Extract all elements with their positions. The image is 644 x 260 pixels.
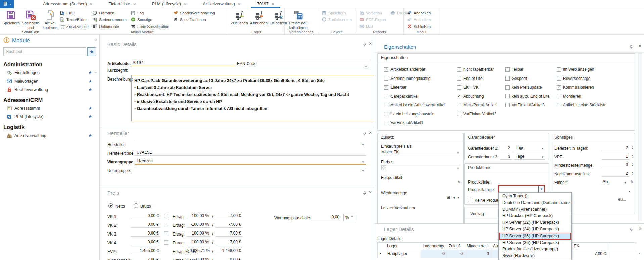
- field-untergruppe[interactable]: [135, 167, 366, 168]
- checkbox[interactable]: ✓: [557, 85, 561, 90]
- pin-icon[interactable]: [629, 227, 633, 233]
- chevron-down-icon[interactable]: ▼: [362, 161, 364, 164]
- close-icon[interactable]: ✕: [369, 41, 372, 46]
- sidebar-item-adressstamm[interactable]: Adressstamm★: [0, 104, 99, 112]
- checkbox[interactable]: [505, 85, 510, 90]
- ertrag-pct-field[interactable]: 20.685,71 %: [187, 248, 210, 254]
- close-icon[interactable]: ✕: [369, 130, 372, 135]
- sonstiges-value-field[interactable]: 1: [601, 154, 629, 160]
- price-value-field[interactable]: 0,00 €: [131, 231, 160, 237]
- favorites-filter-button[interactable]: ★: [87, 47, 96, 56]
- close-tab-icon[interactable]: ✕: [90, 2, 93, 6]
- spezifikationen-button[interactable]: Spezifikationen: [173, 17, 215, 22]
- search-input[interactable]: [3, 47, 86, 56]
- speichern-und-schließen-button[interactable]: Speichern und Schließen: [21, 9, 40, 29]
- wartungspauschale-unit-combo[interactable]: %▼: [343, 214, 355, 221]
- price-value-field[interactable]: 0,00 €: [131, 222, 160, 228]
- artikelcode-field[interactable]: 70197: [131, 60, 236, 66]
- scroll-up-icon[interactable]: ▲: [638, 252, 641, 255]
- checkbox[interactable]: [457, 76, 461, 81]
- einkaufspreis-combo[interactable]: Misch-EK: [380, 150, 460, 155]
- sondervereinbarung-button[interactable]: Sondervereinbarung: [173, 10, 215, 16]
- dropdown-option[interactable]: DUMMY (Virenscanner): [499, 206, 571, 213]
- close-tab-icon[interactable]: ✕: [238, 2, 241, 6]
- chevron-down-icon[interactable]: ▼: [628, 190, 631, 193]
- dokumente-button[interactable]: Dokumente: [92, 23, 127, 29]
- edit-pencil-icon[interactable]: ✎: [630, 180, 633, 184]
- chevron-down-icon[interactable]: ▼: [541, 156, 544, 159]
- table-cell[interactable]: [608, 250, 636, 258]
- field-hersteller[interactable]: [135, 141, 366, 142]
- dropdown-option[interactable]: Deutsche Daomains (Domain-Lizenzen): [499, 200, 571, 206]
- checkbox[interactable]: [457, 85, 461, 90]
- keine-produktfamilie-checkbox[interactable]: [468, 198, 472, 202]
- seriennummern-button[interactable]: Seriennummern: [92, 17, 127, 22]
- garantiedauer-value-field[interactable]: 3: [500, 154, 512, 160]
- sidebar-item-mailvorlagen[interactable]: Mailvorlagen★: [0, 77, 99, 85]
- checkbox[interactable]: [384, 112, 388, 116]
- dropdown-option[interactable]: Cyan Toner (): [499, 193, 571, 200]
- close-tab-icon[interactable]: ✕: [272, 2, 274, 6]
- tab-artikelverwaltung[interactable]: Artikelverwaltung✕: [195, 0, 249, 8]
- checkbox[interactable]: [505, 76, 510, 81]
- checkbox[interactable]: [384, 103, 388, 107]
- chevron-down-icon[interactable]: ▼: [362, 143, 364, 146]
- abbuchen-button[interactable]: Abbuchen: [249, 9, 269, 29]
- pin-icon[interactable]: [363, 191, 367, 197]
- sidebar-item-plm-lifecycle-[interactable]: PLM (Lifecycle)★: [0, 112, 99, 121]
- checkbox[interactable]: [457, 112, 461, 116]
- chevron-down-icon[interactable]: ▼: [362, 169, 364, 172]
- ertrag-abs-field[interactable]: 0,00 €: [216, 257, 242, 260]
- checkbox[interactable]: [384, 94, 388, 98]
- texte-bilder-button[interactable]: Texte/Bilder: [60, 17, 88, 22]
- favorite-star-icon[interactable]: ★: [88, 79, 92, 84]
- collapse-sidebar-button[interactable]: ‹: [95, 37, 97, 42]
- chevron-down-icon[interactable]: ▼: [624, 181, 627, 184]
- dropdown-option[interactable]: Swyx (Hardware): [499, 253, 571, 259]
- tab-adressstamm-suchen-[interactable]: Adressstamm (Suchen)✕: [35, 0, 101, 8]
- checkbox[interactable]: ✓: [457, 94, 461, 98]
- favorite-star-icon[interactable]: ★: [88, 114, 92, 119]
- price-ertrag-checkbox[interactable]: [164, 231, 168, 236]
- checkbox[interactable]: [505, 103, 510, 107]
- price-value-field[interactable]: 1.455,00 €: [131, 248, 160, 254]
- checkbox[interactable]: [384, 121, 388, 125]
- scrollbar-track[interactable]: [638, 53, 642, 221]
- ean-code-field[interactable]: [258, 60, 369, 61]
- spinner-stepper[interactable]: ▲▼: [631, 163, 633, 167]
- ertrag-pct-field[interactable]: -100,00 %: [187, 231, 210, 237]
- chevron-right-icon[interactable]: ▸: [458, 195, 460, 200]
- table-cell[interactable]: Hauptlager: [385, 250, 421, 258]
- checkbox[interactable]: [557, 103, 561, 107]
- kurzbegriff-field[interactable]: [131, 67, 369, 68]
- dropdown-option[interactable]: HP Drucker (HP Carepack): [499, 213, 571, 219]
- pin-icon[interactable]: [629, 44, 633, 50]
- table-cell[interactable]: 0: [421, 250, 447, 258]
- zusatzartikel-button[interactable]: Zusatzartikel: [60, 23, 88, 29]
- close-icon[interactable]: ✕: [638, 226, 642, 231]
- garantiedauer-value-field[interactable]: 2: [500, 145, 512, 151]
- checkbox[interactable]: [384, 76, 388, 81]
- color-swatch[interactable]: [381, 165, 386, 170]
- zubuchen-button[interactable]: Zubuchen: [230, 9, 249, 29]
- price-value-field[interactable]: 0,00 €: [131, 240, 160, 245]
- chevron-down-icon[interactable]: ▼: [541, 147, 544, 150]
- row-selector[interactable]: ▸: [377, 250, 385, 258]
- schließen-button[interactable]: Schließen: [407, 23, 431, 29]
- field-herstellercode[interactable]: U7AE5E: [135, 150, 366, 156]
- ertrag-abs-field[interactable]: 1.448,00 €: [216, 248, 242, 254]
- sonstiges-value-field[interactable]: 2: [601, 171, 629, 177]
- close-icon[interactable]: ✕: [638, 44, 642, 48]
- chevron-down-icon[interactable]: ▼: [538, 186, 544, 193]
- checkbox[interactable]: [557, 67, 561, 72]
- close-tab-icon[interactable]: ✕: [133, 2, 136, 6]
- ertrag-pct-field[interactable]: -100,00 %: [187, 213, 210, 219]
- ertrag-abs-field[interactable]: -7,00 €: [216, 240, 242, 245]
- ertrag-pct-field[interactable]: -100,00 %: [187, 222, 210, 228]
- price-value-field[interactable]: 7,00 €: [131, 257, 160, 260]
- farbe-combo[interactable]: [380, 165, 460, 166]
- speichern-button[interactable]: Speichern: [1, 9, 21, 29]
- ertrag-abs-field[interactable]: -7,00 €: [216, 222, 242, 228]
- favorite-star-icon[interactable]: ★: [88, 70, 92, 75]
- checkbox[interactable]: ✓: [384, 85, 388, 90]
